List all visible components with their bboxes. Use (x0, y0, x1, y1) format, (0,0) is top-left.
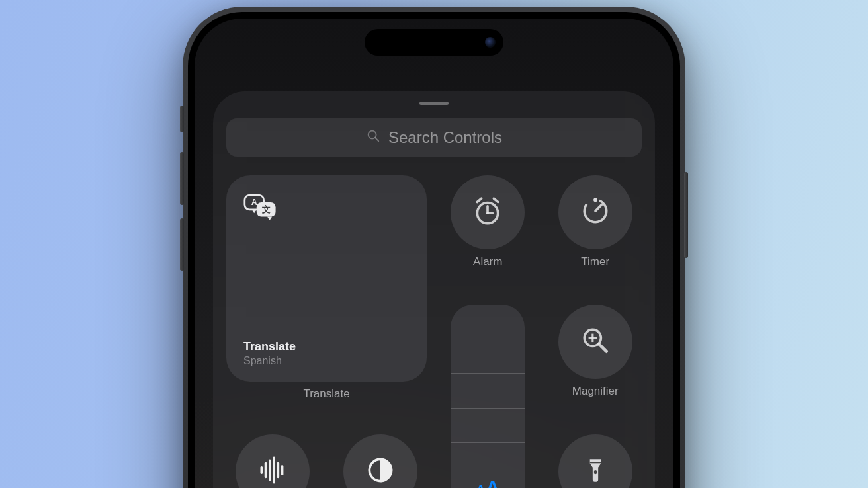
timer-button[interactable] (558, 175, 632, 249)
search-placeholder: Search Controls (388, 128, 502, 147)
svg-line-10 (494, 198, 498, 202)
front-camera (485, 37, 496, 48)
grabber-handle[interactable] (419, 102, 449, 105)
control-center-panel: Search Controls A 文 (213, 91, 655, 488)
screen: Search Controls A 文 (195, 19, 673, 488)
magnifier-label: Magnifier (572, 386, 619, 398)
phone-bezel: Search Controls A 文 (188, 12, 680, 488)
text-size-cell: AA Text Size (441, 305, 535, 488)
alarm-cell: Alarm (441, 175, 535, 292)
text-size-ticks (451, 305, 525, 488)
magnifier-cell: Magnifier (549, 305, 642, 421)
controls-grid: A 文 Translate Spanish (226, 175, 642, 488)
text-size-icon: AA (451, 477, 525, 488)
svg-rect-27 (594, 470, 597, 474)
flashlight-icon (579, 454, 612, 488)
voice-memo-button[interactable] (236, 434, 310, 488)
voice-memo-cell: Voice Memo (226, 434, 320, 488)
side-button-silent (180, 106, 184, 132)
dynamic-island (365, 29, 503, 56)
svg-text:文: 文 (261, 204, 271, 214)
search-icon (366, 128, 380, 147)
waveform-icon (256, 454, 289, 488)
text-size-slider[interactable]: AA (451, 305, 525, 488)
translate-subtitle: Spanish (243, 355, 410, 367)
magnifier-icon (579, 324, 612, 360)
dark-mode-button[interactable] (343, 434, 417, 488)
flashlight-button[interactable] (558, 434, 632, 488)
magnifier-button[interactable] (558, 305, 632, 379)
translate-label: Translate (303, 388, 349, 401)
translate-title: Translate (243, 340, 410, 354)
translate-icon: A 文 (243, 192, 410, 227)
translate-widget[interactable]: A 文 Translate Spanish (226, 175, 427, 382)
phone-frame: Search Controls A 文 (183, 7, 685, 488)
side-button-vol-up (180, 152, 184, 205)
svg-point-12 (593, 198, 597, 202)
svg-line-9 (478, 198, 482, 202)
svg-line-15 (599, 344, 606, 351)
side-button-vol-down (180, 218, 184, 271)
alarm-icon (471, 194, 504, 230)
alarm-button[interactable] (451, 175, 525, 249)
timer-label: Timer (581, 256, 609, 268)
timer-icon (579, 194, 612, 230)
dark-mode-icon (364, 454, 397, 488)
svg-text:A: A (251, 198, 257, 208)
flashlight-cell: Flashlight (549, 434, 642, 488)
alarm-label: Alarm (473, 256, 502, 268)
translate-widget-cell: A 文 Translate Spanish (226, 175, 427, 421)
svg-line-13 (595, 205, 601, 211)
search-controls-field[interactable]: Search Controls (226, 118, 642, 157)
dark-mode-cell: Dark Mode (334, 434, 427, 488)
svg-line-1 (375, 138, 378, 141)
side-button-power (684, 172, 688, 258)
timer-cell: Timer (549, 175, 642, 292)
